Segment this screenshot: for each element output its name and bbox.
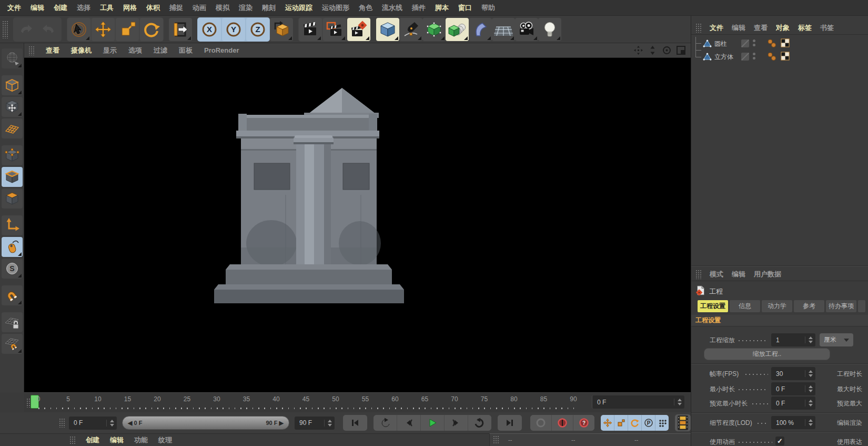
menu-edit[interactable]: 编辑 — [31, 3, 44, 13]
menu-create[interactable]: 创建 — [54, 3, 67, 13]
menu-pipeline[interactable]: 流水线 — [382, 3, 402, 13]
texture-tag-icon[interactable] — [781, 38, 790, 47]
menu-render[interactable]: 渲染 — [239, 3, 253, 13]
visibility-dots-icon[interactable] — [753, 39, 755, 46]
scale-stepper[interactable] — [805, 336, 813, 343]
add-environment-button[interactable] — [492, 18, 515, 41]
tab-overflow[interactable] — [858, 300, 865, 312]
add-camera-button[interactable] — [515, 18, 538, 41]
workplane-snap-button[interactable] — [2, 334, 23, 354]
fps-input[interactable]: 30 — [771, 367, 815, 380]
add-spline-button[interactable] — [399, 18, 422, 41]
vp-menu-panel[interactable]: 面板 — [179, 46, 193, 55]
am-menu-userdata[interactable]: 用户数据 — [754, 270, 781, 279]
object-row-cylinder[interactable]: 圆柱 — [691, 37, 868, 50]
scale-project-button[interactable]: 缩放工程.. — [704, 348, 830, 360]
add-light-button[interactable] — [538, 18, 561, 41]
menu-motion-tracker[interactable]: 运动跟踪 — [285, 3, 312, 13]
section-header[interactable]: 工程设置 — [691, 315, 868, 326]
current-frame-field[interactable]: 0 F — [592, 395, 684, 409]
visibility-toggle-icon[interactable] — [768, 38, 776, 48]
object-name[interactable]: 圆柱 — [714, 39, 727, 48]
key-pla-button[interactable] — [655, 415, 669, 431]
vp-menu-view[interactable]: 查看 — [46, 46, 59, 55]
menu-tools[interactable]: 工具 — [100, 3, 114, 13]
om-menu-file[interactable]: 文件 — [710, 23, 723, 33]
lod-stepper[interactable] — [805, 419, 813, 426]
om-menu-edit[interactable]: 编辑 — [732, 23, 745, 33]
frame-range-slider[interactable]: ◀ 0 F 90 F ▶ — [122, 416, 289, 430]
render-settings-button[interactable] — [347, 18, 370, 41]
menu-animate[interactable]: 动画 — [193, 3, 206, 13]
coordinate-system-button[interactable] — [270, 18, 293, 41]
mat-menu-create[interactable]: 创建 — [86, 435, 99, 445]
menu-volume[interactable]: 体积 — [146, 3, 160, 13]
keyframe-selection-button[interactable]: ? — [573, 415, 594, 431]
autokey-button[interactable] — [552, 415, 573, 431]
go-to-end-button[interactable] — [498, 415, 522, 431]
key-parameter-button[interactable]: P — [642, 415, 655, 431]
points-mode-button[interactable] — [2, 145, 23, 165]
next-frame-button[interactable] — [445, 415, 468, 431]
polygons-mode-button[interactable] — [2, 189, 23, 209]
pan-view-icon[interactable] — [634, 46, 643, 55]
undo-button[interactable] — [14, 18, 37, 41]
material-grip[interactable] — [69, 436, 75, 444]
om-menu-tags[interactable]: 标签 — [798, 23, 812, 33]
key-position-button[interactable] — [601, 415, 614, 431]
tab-project-settings[interactable]: 工程设置 — [698, 300, 728, 312]
viewport-grip[interactable] — [28, 46, 34, 55]
tweak-mode-button[interactable] — [2, 237, 23, 257]
min-time-stepper[interactable] — [805, 385, 813, 392]
add-generator-button[interactable] — [446, 18, 469, 41]
scale-tool-button[interactable] — [116, 18, 139, 41]
prev-key-button[interactable] — [374, 415, 397, 431]
mat-menu-function[interactable]: 功能 — [134, 435, 148, 445]
vp-menu-display[interactable]: 显示 — [103, 46, 117, 55]
menu-mesh[interactable]: 网格 — [123, 3, 137, 13]
x-axis-lock-button[interactable]: X — [198, 18, 221, 41]
coordinate-grip[interactable] — [493, 435, 499, 444]
transport-grip[interactable] — [59, 418, 65, 428]
add-deformer-button[interactable] — [469, 18, 492, 41]
add-primitive-cube-button[interactable] — [376, 18, 399, 41]
viewport-canvas[interactable] — [24, 58, 691, 392]
tab-referencing[interactable]: 参考 — [794, 300, 824, 312]
timeline-ruler[interactable]: 051015202530354045505560657075808590 0 F — [24, 392, 691, 412]
lod-input[interactable]: 100 % — [771, 416, 815, 429]
vp-menu-options[interactable]: 选项 — [128, 46, 142, 55]
menu-snap[interactable]: 捕捉 — [169, 3, 183, 13]
play-button[interactable] — [421, 415, 445, 431]
layer-icon[interactable] — [741, 39, 749, 47]
last-used-tool-button[interactable] — [169, 18, 192, 41]
menu-plugins[interactable]: 插件 — [412, 3, 426, 13]
start-frame-field[interactable]: 0 F — [69, 417, 117, 430]
frame-stepper[interactable] — [674, 399, 682, 405]
om-menu-view[interactable]: 查看 — [754, 23, 768, 33]
enable-axis-button[interactable] — [2, 215, 23, 235]
project-scale-input[interactable]: 1 — [771, 333, 815, 346]
am-menu-mode[interactable]: 模式 — [710, 270, 723, 279]
start-frame-stepper[interactable] — [106, 420, 114, 427]
model-mode-button[interactable] — [2, 75, 23, 95]
vp-menu-filter[interactable]: 过滤 — [154, 46, 167, 55]
tab-info[interactable]: 信息 — [730, 300, 760, 312]
record-objects-button[interactable] — [530, 415, 552, 431]
end-frame-stepper[interactable] — [324, 420, 332, 427]
visibility-dots-icon[interactable] — [753, 53, 755, 60]
add-subdivision-surface-button[interactable] — [422, 18, 446, 41]
rotate-view-icon[interactable] — [662, 46, 671, 55]
preview-min-input[interactable]: 0 F — [771, 397, 815, 410]
key-scale-button[interactable] — [614, 415, 628, 431]
make-editable-button[interactable] — [2, 48, 23, 68]
om-menu-bookmarks[interactable]: 书签 — [820, 23, 834, 33]
mat-menu-texture[interactable]: 纹理 — [158, 435, 172, 445]
menu-select[interactable]: 选择 — [77, 3, 90, 13]
om-menu-objects[interactable]: 对象 — [776, 23, 790, 33]
next-key-button[interactable] — [468, 415, 491, 431]
menu-simulate[interactable]: 模拟 — [216, 3, 229, 13]
object-manager-grip[interactable] — [695, 23, 701, 33]
move-tool-button[interactable] — [92, 18, 115, 41]
unit-dropdown[interactable]: 厘米 — [820, 333, 853, 346]
layer-icon[interactable] — [741, 53, 749, 61]
